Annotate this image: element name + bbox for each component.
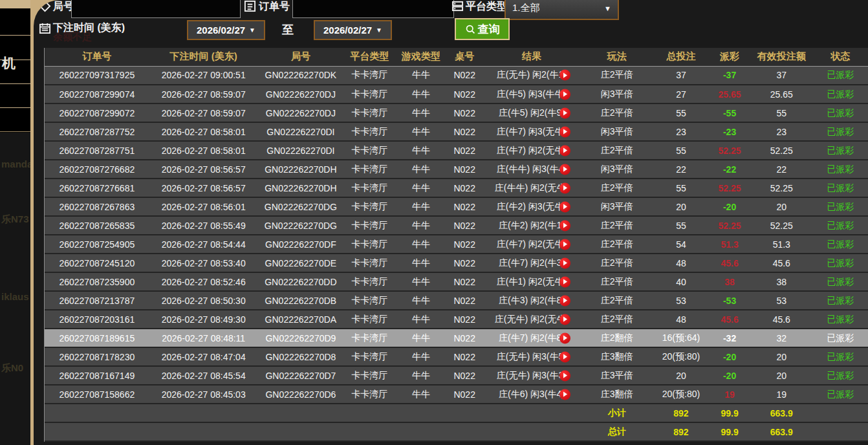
empty-cell [446,404,483,422]
replay-play-icon[interactable] [559,164,570,175]
table-row[interactable]: 260227087276681 2026-02-27 08:56:57 GN02… [45,179,868,197]
valid-bet-cell: 51.3 [750,235,813,254]
order-number-cell: 260227087276682 [45,160,149,179]
result-text: 庄(牛牛) 闲3(牛4) [497,164,567,175]
empty-cell [45,422,149,441]
result-cell: 庄(牛牛) 闲2(无牛) [483,179,580,197]
table-number-cell: N022 [446,235,483,254]
play-mode-cell: 庄3翻倍 [581,347,653,366]
bet-time-cell: 2026-02-27 08:56:57 [149,179,258,197]
table-row[interactable]: 260227087178230 2026-02-27 08:47:04 GN02… [45,347,868,366]
empty-cell [483,422,580,441]
date-from-picker[interactable]: 2026/02/27 ▼ [187,20,265,40]
table-row[interactable]: 260227087287751 2026-02-27 08:58:01 GN02… [45,141,868,160]
table-row[interactable]: 260227087254905 2026-02-27 08:54:44 GN02… [45,235,868,254]
sidebar-menu-item[interactable] [0,85,31,108]
column-header: 总投注 [653,48,710,66]
result-cell: 庄(牛7) 闲2(无牛) [483,235,580,254]
platform-type-select[interactable]: 1.全部 ▼ [505,0,619,20]
column-header: 桌号 [446,48,483,66]
platform-cell: 卡卡湾厅 [343,216,395,235]
table-number-cell: N022 [446,216,483,235]
game-type-cell: 牛牛 [395,103,446,122]
replay-play-icon[interactable] [559,351,570,362]
table-number-cell: N022 [446,179,483,197]
date-to-picker[interactable]: 2026/02/27 ▼ [314,20,392,40]
replay-play-icon[interactable] [559,201,570,212]
empty-cell [813,404,868,422]
replay-play-icon[interactable] [559,257,570,268]
replay-play-icon[interactable] [559,126,570,137]
table-number-cell: N022 [446,66,483,85]
empty-cell [395,422,446,441]
table-row[interactable]: 260227087213787 2026-02-27 08:50:30 GN02… [45,291,868,310]
round-number-cell: GN022262270DB [258,291,343,310]
order-number-cell: 260227087235900 [45,272,149,291]
table-row[interactable]: 260227087158662 2026-02-27 08:45:03 GN02… [45,385,868,404]
result-text: 庄(牛7) 闲2(无牛) [497,239,567,250]
game-type-cell: 牛牛 [395,291,446,310]
valid-bet-cell: 55 [750,103,813,122]
status-cell: 已派彩 [813,103,868,122]
table-row[interactable]: 260227087203161 2026-02-27 08:49:30 GN02… [45,310,868,329]
query-button[interactable]: 查询 [455,18,510,40]
replay-play-icon[interactable] [559,389,570,400]
play-mode-cell: 闲3平倍 [581,197,653,216]
table-row[interactable]: 260227087267863 2026-02-27 08:56:01 GN02… [45,197,868,216]
replay-play-icon[interactable] [559,107,570,118]
replay-play-icon[interactable] [559,89,570,100]
subtotal-valid-bet: 663.9 [750,404,813,422]
order-number-input[interactable] [292,0,454,18]
table-row[interactable]: 260227087276682 2026-02-27 08:56:57 GN02… [45,160,868,179]
replay-play-icon[interactable] [559,276,570,287]
replay-play-icon[interactable] [559,314,570,325]
status-cell: 已派彩 [813,310,868,329]
platform-cell: 卡卡湾厅 [343,85,395,103]
table-row[interactable]: 260227087299072 2026-02-27 08:59:07 GN02… [45,103,868,122]
platform-cell: 卡卡湾厅 [343,66,395,85]
table-row[interactable]: 260227087299074 2026-02-27 08:59:07 GN02… [45,85,868,103]
game-type-cell: 牛牛 [395,216,446,235]
round-number-cell: GN022262270D7 [258,366,343,385]
status-cell: 已派彩 [813,85,868,103]
replay-play-icon[interactable] [559,239,570,250]
background-lobby-label: 乐N0 [1,362,31,374]
round-number-input[interactable] [71,0,241,18]
play-mode-cell: 庄2平倍 [581,216,653,235]
result-cell: 庄(无牛) 闲3(牛3) [483,366,580,385]
platform-cell: 卡卡湾厅 [343,235,395,254]
table-row[interactable]: 260227087245120 2026-02-27 08:53:40 GN02… [45,254,868,272]
game-type-cell: 牛牛 [395,366,446,385]
valid-bet-cell: 20 [750,347,813,366]
column-header: 下注时间 (美东) [149,48,258,66]
round-number-cell: GN022262270DJ [258,85,343,103]
replay-play-icon[interactable] [559,332,570,343]
total-bet-cell: 20(预:80) [653,347,710,366]
result-text: 庄(牛7) 闲2(牛8) [499,332,565,344]
replay-play-icon[interactable] [559,70,570,81]
order-number-cell: 260227087299072 [45,103,149,122]
column-header: 玩法 [581,48,653,66]
valid-bet-cell: 20 [750,366,813,385]
table-row[interactable]: 260227087189615 2026-02-27 08:48:11 GN02… [45,329,868,347]
table-row[interactable]: 260227087287752 2026-02-27 08:58:01 GN02… [45,122,868,141]
status-cell: 已派彩 [813,291,868,310]
table-row[interactable]: 260227087235900 2026-02-27 08:52:46 GN02… [45,272,868,291]
sidebar-menu-item[interactable] [0,109,31,132]
game-type-cell: 牛牛 [395,197,446,216]
total-bet-cell: 20(预:80) [653,385,710,404]
round-number-cell: GN022262270DG [258,197,343,216]
order-number-cell: 260227087265835 [45,216,149,235]
replay-play-icon[interactable] [559,182,570,193]
result-text: 庄(牛7) 闲3(无牛) [497,126,567,138]
replay-play-icon[interactable] [559,295,570,306]
table-row[interactable]: 260227097317925 2026-02-27 09:00:51 GN02… [45,66,868,85]
total-row: 总计89299.9663.9 [45,422,868,441]
replay-play-icon[interactable] [559,145,570,156]
table-row[interactable]: 260227087265835 2026-02-27 08:55:49 GN02… [45,216,868,235]
replay-play-icon[interactable] [559,220,570,231]
replay-play-icon[interactable] [559,370,570,381]
sidebar-menu-item[interactable] [0,8,31,36]
game-type-cell: 牛牛 [395,329,446,347]
table-row[interactable]: 260227087167149 2026-02-27 08:45:54 GN02… [45,366,868,385]
